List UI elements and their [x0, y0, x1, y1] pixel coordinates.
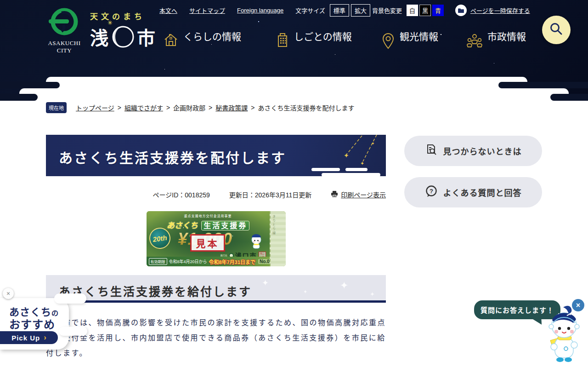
voucher-title-asakuchi: あさくち — [167, 221, 198, 230]
font-size-label: 文字サイズ — [295, 6, 325, 15]
chevron-right-icon: › — [44, 333, 46, 342]
search-icon — [549, 22, 564, 38]
site-logo[interactable]: ASAKUCHI CITY 天文のまち 浅 ✳ 市 — [46, 7, 156, 54]
voucher-image: 重点支援地方交付金活用事業 あさくち 生活支援券 20th ¥1,000 見本 — [147, 211, 286, 266]
voucher-program-text: 重点支援地方交付金活用事業 — [147, 211, 270, 218]
document-search-icon — [425, 144, 438, 158]
page-root: 本文へ サイトマップ Foreign language 文字サイズ 標準 拡大 … — [0, 0, 588, 368]
voucher-mascot-icon — [249, 231, 263, 252]
banner-cloud-decoration — [311, 168, 340, 171]
current-location-badge: 現在地 — [46, 102, 67, 113]
voucher-validity-bar: 有効期限 令和8年4月20日から 令和8年7月31日まで No.00000-1 — [147, 257, 270, 266]
main-content: ✦ ✦ ✦ あさくち生活支援券を配付します ページID：0018259 更新日：… — [46, 135, 386, 361]
svg-text:✦: ✦ — [360, 161, 364, 166]
nav-tourism-info[interactable]: 観光情報 — [381, 29, 442, 52]
breadcrumb-division-link[interactable]: 秘書政策課 — [215, 103, 248, 112]
bg-blue-button[interactable]: 青 — [432, 5, 444, 16]
faq-button[interactable]: ? よくある質問と回答 — [404, 177, 542, 207]
close-icon: × — [576, 301, 580, 310]
logo-tagline: 天文のまち — [90, 10, 156, 22]
close-icon: × — [6, 290, 10, 297]
sitemap-link[interactable]: サイトマップ — [189, 6, 225, 15]
page-meta-row: ページID：0018259 更新日：2026年3月11日更新 印刷ページ表示 — [46, 190, 386, 199]
pickup-cloud-decoration — [54, 293, 86, 304]
breadcrumb-current-page: あさくち生活支援券を配付します — [258, 103, 354, 112]
chatbot-close-button[interactable]: × — [572, 299, 584, 311]
breadcrumb-separator: > — [209, 104, 212, 111]
not-found-button[interactable]: 見つからないときは — [404, 136, 542, 166]
cloud-notch — [498, 82, 588, 88]
bg-black-button[interactable]: 黒 — [419, 5, 431, 16]
search-button[interactable] — [542, 16, 571, 44]
nav-work-info-label: しごとの情報 — [294, 29, 355, 45]
page-title-banner: ✦ ✦ ✦ あさくち生活支援券を配付します — [46, 135, 386, 176]
save-folder-icon — [455, 5, 467, 16]
nav-government-info[interactable]: 市政情報 — [466, 29, 530, 51]
skip-to-content-link[interactable]: 本文へ — [159, 6, 177, 15]
logo-en-line2: CITY — [46, 47, 83, 54]
site-header: 本文へ サイトマップ Foreign language 文字サイズ 標準 拡大 … — [0, 0, 588, 99]
pickup-button-label: Pick Up — [11, 334, 40, 342]
city-emblem-icon — [48, 29, 81, 37]
logo-en-line1: ASAKUCHI — [46, 40, 83, 47]
pickup-title-line2: おすすめ — [9, 316, 55, 332]
faq-button-label: よくある質問と回答 — [443, 186, 522, 198]
section-heading-block: ✦ ✦ ✦ ✦ あさくち生活支援券を給付します — [46, 275, 386, 303]
not-found-button-label: 見つからないときは — [443, 145, 522, 157]
page-id: ページID：0018259 — [153, 190, 210, 199]
people-icon — [466, 32, 483, 51]
font-size-large-button[interactable]: 拡大 — [351, 4, 370, 17]
svg-text:?: ? — [430, 188, 433, 195]
print-page-link[interactable]: 印刷ページ表示 — [328, 190, 386, 199]
sidebar: 見つからないときは ? よくある質問と回答 — [404, 136, 542, 218]
nav-living-info[interactable]: くらしの情報 — [163, 29, 244, 50]
sparkle-icon: ✦ — [340, 280, 348, 292]
printer-icon — [331, 190, 338, 199]
section-heading: あさくち生活支援券を給付します — [59, 282, 252, 299]
pickup-cloud-decoration — [59, 327, 87, 336]
save-page-link-text[interactable]: ページを一時保存する — [470, 6, 530, 15]
map-pin-icon — [381, 32, 395, 52]
body-paragraph: 浅口市では、物価高騰の影響を受けた市民の家計を支援するため、国の物価高騰対応重点… — [46, 315, 386, 361]
voucher-perforation-strip: きりとり線 — [270, 211, 286, 266]
voucher-valid-to: 令和8年7月31日まで — [209, 258, 255, 265]
pickup-popup: × あさくちの おすすめ Pick Up › — [0, 298, 69, 350]
cloud-notch — [550, 94, 588, 101]
cloud-notch — [0, 94, 38, 101]
nav-living-info-label: くらしの情報 — [183, 29, 244, 45]
nav-tourism-info-label: 観光情報 — [400, 29, 442, 45]
foreign-language-link[interactable]: Foreign language — [237, 7, 283, 14]
save-page-link[interactable]: ページを一時保存する — [455, 5, 530, 16]
breadcrumb-separator: > — [251, 104, 254, 111]
building-icon — [276, 32, 289, 50]
question-icon: ? — [425, 185, 438, 200]
banner-cloud-decoration — [322, 173, 380, 176]
breadcrumb-dept: 企画財政部 — [173, 103, 205, 112]
city-name: 浅 ✳ 市 — [90, 23, 156, 50]
utility-bar: 本文へ サイトマップ Foreign language 文字サイズ 標準 拡大 … — [159, 4, 530, 17]
breadcrumb-org-link[interactable]: 組織でさがす — [124, 103, 163, 112]
city-name-post: 市 — [137, 23, 156, 50]
sample-stamp: 見本 — [190, 234, 225, 252]
breadcrumb-home-link[interactable]: トップページ — [76, 103, 114, 112]
bg-white-button[interactable]: 白 — [407, 5, 418, 16]
moon-icon: ✳ — [111, 25, 135, 49]
mascot-character[interactable] — [545, 305, 582, 367]
page-title: あさくち生活支援券を配付します — [59, 147, 286, 167]
breadcrumb: 現在地 トップページ > 組織でさがす > 企画財政部 > 秘書政策課 > あさ… — [46, 102, 354, 113]
pickup-close-button[interactable]: × — [3, 288, 14, 299]
pickup-button[interactable]: Pick Up › — [0, 331, 58, 344]
sparkle-icon: ✦ — [262, 278, 269, 288]
print-page-link-text[interactable]: 印刷ページ表示 — [341, 190, 386, 199]
font-size-standard-button[interactable]: 標準 — [330, 4, 349, 17]
nav-government-info-label: 市政情報 — [487, 29, 530, 45]
nav-work-info[interactable]: しごとの情報 — [276, 29, 355, 50]
voucher-validity-label: 有効期限 — [149, 258, 167, 265]
svg-text:✦: ✦ — [371, 141, 375, 146]
banner-cloud-decoration — [345, 168, 368, 171]
updated-date: 更新日：2026年3月11日更新 — [229, 190, 311, 199]
sparkle-icon: ✦ — [303, 289, 307, 295]
breadcrumb-separator: > — [118, 104, 121, 111]
sparkle-icon: ✦ — [370, 291, 375, 298]
house-icon — [163, 32, 179, 50]
